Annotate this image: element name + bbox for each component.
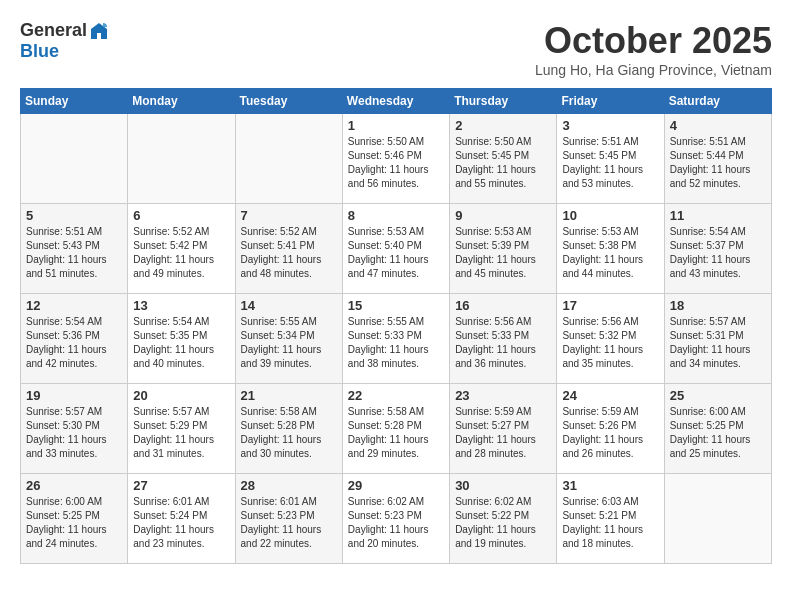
- weekday-header-sunday: Sunday: [21, 89, 128, 114]
- day-cell-2: 2Sunrise: 5:50 AM Sunset: 5:45 PM Daylig…: [450, 114, 557, 204]
- day-info: Sunrise: 5:54 AM Sunset: 5:37 PM Dayligh…: [670, 225, 766, 281]
- logo: General Blue: [20, 20, 109, 62]
- day-cell-17: 17Sunrise: 5:56 AM Sunset: 5:32 PM Dayli…: [557, 294, 664, 384]
- day-info: Sunrise: 5:58 AM Sunset: 5:28 PM Dayligh…: [241, 405, 337, 461]
- logo-icon: [89, 21, 109, 41]
- day-cell-23: 23Sunrise: 5:59 AM Sunset: 5:27 PM Dayli…: [450, 384, 557, 474]
- day-info: Sunrise: 5:51 AM Sunset: 5:43 PM Dayligh…: [26, 225, 122, 281]
- day-number: 24: [562, 388, 658, 403]
- week-row-2: 5Sunrise: 5:51 AM Sunset: 5:43 PM Daylig…: [21, 204, 772, 294]
- week-row-5: 26Sunrise: 6:00 AM Sunset: 5:25 PM Dayli…: [21, 474, 772, 564]
- calendar-table: SundayMondayTuesdayWednesdayThursdayFrid…: [20, 88, 772, 564]
- weekday-header-thursday: Thursday: [450, 89, 557, 114]
- day-info: Sunrise: 5:53 AM Sunset: 5:38 PM Dayligh…: [562, 225, 658, 281]
- day-cell-26: 26Sunrise: 6:00 AM Sunset: 5:25 PM Dayli…: [21, 474, 128, 564]
- day-cell-6: 6Sunrise: 5:52 AM Sunset: 5:42 PM Daylig…: [128, 204, 235, 294]
- week-row-1: 1Sunrise: 5:50 AM Sunset: 5:46 PM Daylig…: [21, 114, 772, 204]
- logo-general-text: General: [20, 20, 87, 41]
- day-cell-30: 30Sunrise: 6:02 AM Sunset: 5:22 PM Dayli…: [450, 474, 557, 564]
- week-row-3: 12Sunrise: 5:54 AM Sunset: 5:36 PM Dayli…: [21, 294, 772, 384]
- day-info: Sunrise: 5:52 AM Sunset: 5:41 PM Dayligh…: [241, 225, 337, 281]
- empty-cell: [664, 474, 771, 564]
- day-info: Sunrise: 5:55 AM Sunset: 5:34 PM Dayligh…: [241, 315, 337, 371]
- day-info: Sunrise: 6:03 AM Sunset: 5:21 PM Dayligh…: [562, 495, 658, 551]
- day-info: Sunrise: 5:57 AM Sunset: 5:30 PM Dayligh…: [26, 405, 122, 461]
- day-info: Sunrise: 5:53 AM Sunset: 5:40 PM Dayligh…: [348, 225, 444, 281]
- day-info: Sunrise: 6:01 AM Sunset: 5:23 PM Dayligh…: [241, 495, 337, 551]
- day-info: Sunrise: 6:02 AM Sunset: 5:23 PM Dayligh…: [348, 495, 444, 551]
- day-cell-31: 31Sunrise: 6:03 AM Sunset: 5:21 PM Dayli…: [557, 474, 664, 564]
- day-info: Sunrise: 5:52 AM Sunset: 5:42 PM Dayligh…: [133, 225, 229, 281]
- day-number: 7: [241, 208, 337, 223]
- day-number: 20: [133, 388, 229, 403]
- day-cell-9: 9Sunrise: 5:53 AM Sunset: 5:39 PM Daylig…: [450, 204, 557, 294]
- day-number: 13: [133, 298, 229, 313]
- day-info: Sunrise: 5:51 AM Sunset: 5:45 PM Dayligh…: [562, 135, 658, 191]
- day-info: Sunrise: 5:54 AM Sunset: 5:35 PM Dayligh…: [133, 315, 229, 371]
- day-info: Sunrise: 5:57 AM Sunset: 5:29 PM Dayligh…: [133, 405, 229, 461]
- day-cell-1: 1Sunrise: 5:50 AM Sunset: 5:46 PM Daylig…: [342, 114, 449, 204]
- day-number: 15: [348, 298, 444, 313]
- weekday-header-wednesday: Wednesday: [342, 89, 449, 114]
- day-number: 29: [348, 478, 444, 493]
- day-number: 16: [455, 298, 551, 313]
- day-number: 10: [562, 208, 658, 223]
- day-cell-22: 22Sunrise: 5:58 AM Sunset: 5:28 PM Dayli…: [342, 384, 449, 474]
- day-number: 2: [455, 118, 551, 133]
- day-number: 27: [133, 478, 229, 493]
- day-number: 4: [670, 118, 766, 133]
- day-number: 8: [348, 208, 444, 223]
- day-number: 9: [455, 208, 551, 223]
- day-number: 19: [26, 388, 122, 403]
- day-cell-18: 18Sunrise: 5:57 AM Sunset: 5:31 PM Dayli…: [664, 294, 771, 384]
- day-number: 1: [348, 118, 444, 133]
- day-cell-29: 29Sunrise: 6:02 AM Sunset: 5:23 PM Dayli…: [342, 474, 449, 564]
- month-title: October 2025: [535, 20, 772, 62]
- day-info: Sunrise: 5:59 AM Sunset: 5:26 PM Dayligh…: [562, 405, 658, 461]
- day-cell-25: 25Sunrise: 6:00 AM Sunset: 5:25 PM Dayli…: [664, 384, 771, 474]
- day-cell-13: 13Sunrise: 5:54 AM Sunset: 5:35 PM Dayli…: [128, 294, 235, 384]
- day-cell-21: 21Sunrise: 5:58 AM Sunset: 5:28 PM Dayli…: [235, 384, 342, 474]
- day-cell-24: 24Sunrise: 5:59 AM Sunset: 5:26 PM Dayli…: [557, 384, 664, 474]
- day-number: 5: [26, 208, 122, 223]
- day-cell-15: 15Sunrise: 5:55 AM Sunset: 5:33 PM Dayli…: [342, 294, 449, 384]
- day-cell-28: 28Sunrise: 6:01 AM Sunset: 5:23 PM Dayli…: [235, 474, 342, 564]
- day-cell-16: 16Sunrise: 5:56 AM Sunset: 5:33 PM Dayli…: [450, 294, 557, 384]
- day-number: 26: [26, 478, 122, 493]
- day-cell-12: 12Sunrise: 5:54 AM Sunset: 5:36 PM Dayli…: [21, 294, 128, 384]
- empty-cell: [235, 114, 342, 204]
- day-info: Sunrise: 5:50 AM Sunset: 5:46 PM Dayligh…: [348, 135, 444, 191]
- day-cell-20: 20Sunrise: 5:57 AM Sunset: 5:29 PM Dayli…: [128, 384, 235, 474]
- day-info: Sunrise: 5:58 AM Sunset: 5:28 PM Dayligh…: [348, 405, 444, 461]
- week-row-4: 19Sunrise: 5:57 AM Sunset: 5:30 PM Dayli…: [21, 384, 772, 474]
- day-info: Sunrise: 6:02 AM Sunset: 5:22 PM Dayligh…: [455, 495, 551, 551]
- day-number: 11: [670, 208, 766, 223]
- logo-blue-text: Blue: [20, 41, 59, 62]
- day-cell-8: 8Sunrise: 5:53 AM Sunset: 5:40 PM Daylig…: [342, 204, 449, 294]
- day-cell-11: 11Sunrise: 5:54 AM Sunset: 5:37 PM Dayli…: [664, 204, 771, 294]
- day-info: Sunrise: 6:00 AM Sunset: 5:25 PM Dayligh…: [670, 405, 766, 461]
- empty-cell: [128, 114, 235, 204]
- page-header: General Blue October 2025 Lung Ho, Ha Gi…: [20, 20, 772, 78]
- day-number: 31: [562, 478, 658, 493]
- day-number: 3: [562, 118, 658, 133]
- day-cell-19: 19Sunrise: 5:57 AM Sunset: 5:30 PM Dayli…: [21, 384, 128, 474]
- day-cell-27: 27Sunrise: 6:01 AM Sunset: 5:24 PM Dayli…: [128, 474, 235, 564]
- weekday-header-row: SundayMondayTuesdayWednesdayThursdayFrid…: [21, 89, 772, 114]
- day-info: Sunrise: 5:55 AM Sunset: 5:33 PM Dayligh…: [348, 315, 444, 371]
- day-info: Sunrise: 5:53 AM Sunset: 5:39 PM Dayligh…: [455, 225, 551, 281]
- day-number: 12: [26, 298, 122, 313]
- weekday-header-saturday: Saturday: [664, 89, 771, 114]
- day-cell-14: 14Sunrise: 5:55 AM Sunset: 5:34 PM Dayli…: [235, 294, 342, 384]
- day-cell-4: 4Sunrise: 5:51 AM Sunset: 5:44 PM Daylig…: [664, 114, 771, 204]
- day-info: Sunrise: 5:50 AM Sunset: 5:45 PM Dayligh…: [455, 135, 551, 191]
- day-info: Sunrise: 5:51 AM Sunset: 5:44 PM Dayligh…: [670, 135, 766, 191]
- weekday-header-tuesday: Tuesday: [235, 89, 342, 114]
- day-cell-7: 7Sunrise: 5:52 AM Sunset: 5:41 PM Daylig…: [235, 204, 342, 294]
- title-block: October 2025 Lung Ho, Ha Giang Province,…: [535, 20, 772, 78]
- day-info: Sunrise: 6:00 AM Sunset: 5:25 PM Dayligh…: [26, 495, 122, 551]
- day-number: 6: [133, 208, 229, 223]
- day-info: Sunrise: 6:01 AM Sunset: 5:24 PM Dayligh…: [133, 495, 229, 551]
- location-text: Lung Ho, Ha Giang Province, Vietnam: [535, 62, 772, 78]
- day-number: 25: [670, 388, 766, 403]
